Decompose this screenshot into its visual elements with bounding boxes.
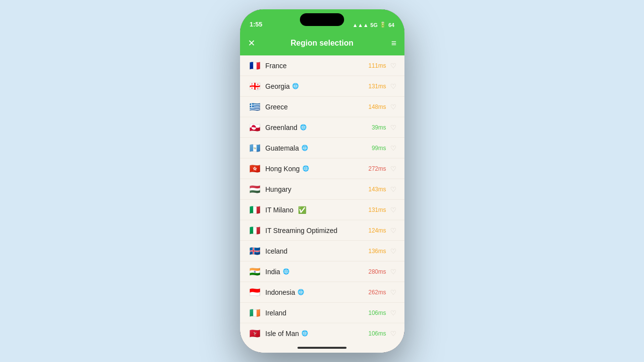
flag-icon: 🇮🇪 (248, 308, 262, 318)
list-item[interactable]: 🇮🇪Ireland106ms♡ (240, 303, 404, 323)
favorite-icon[interactable]: ♡ (390, 165, 397, 173)
favorite-icon[interactable]: ♡ (390, 268, 397, 276)
favorite-icon[interactable]: ♡ (390, 62, 397, 70)
flag-icon: 🇬🇪 (248, 81, 262, 92)
ping-value: 131ms (368, 83, 386, 90)
list-item[interactable]: 🇮🇹IT Streaming Optimized124ms♡ (240, 220, 404, 241)
region-name: Isle of Man🌐 (266, 330, 369, 337)
battery-icon: 🔋 (379, 22, 386, 28)
phone-frame: 1:55 ▲▲▲ 5G 🔋 64 ✕ Region selection ≡ 🇫🇷… (240, 9, 404, 353)
region-name: Greece (266, 103, 369, 111)
list-item[interactable]: 🇮🇹IT Milano✅131ms♡ (240, 200, 404, 220)
flag-icon: 🇬🇱 (248, 122, 262, 133)
list-item[interactable]: 🇭🇺Hungary143ms♡ (240, 179, 404, 200)
filter-button[interactable]: ≡ (382, 38, 397, 49)
flag-icon: 🇮🇸 (248, 246, 262, 257)
flag-icon: 🇮🇹 (248, 225, 262, 236)
phone-screen: 1:55 ▲▲▲ 5G 🔋 64 ✕ Region selection ≡ 🇫🇷… (240, 9, 404, 353)
flag-icon: 🇮🇩 (248, 287, 262, 298)
ping-value: 272ms (368, 165, 386, 172)
list-item[interactable]: 🇫🇷France111ms♡ (240, 55, 404, 76)
flag-icon: 🇭🇺 (248, 184, 262, 195)
ping-value: 148ms (368, 103, 386, 110)
favorite-icon[interactable]: ♡ (390, 309, 397, 317)
list-item[interactable]: 🇬🇱Greenland🌐39ms♡ (240, 117, 404, 138)
signal-icon: ▲▲▲ (352, 22, 369, 28)
flag-icon: 🇬🇷 (248, 102, 262, 112)
favorite-icon[interactable]: ♡ (390, 288, 397, 296)
favorite-icon[interactable]: ♡ (390, 330, 397, 337)
app-header: ✕ Region selection ≡ (240, 31, 404, 55)
flag-icon: 🇭🇰 (248, 163, 262, 174)
favorite-icon[interactable]: ♡ (390, 103, 397, 111)
home-indicator (297, 347, 347, 349)
region-name: Iceland (266, 247, 369, 255)
connected-icon: ✅ (298, 206, 306, 214)
ping-value: 143ms (368, 186, 386, 193)
region-name: Ireland (266, 309, 369, 317)
list-item[interactable]: 🇬🇹Guatemala🌐99ms♡ (240, 138, 404, 158)
flag-icon: 🇫🇷 (248, 60, 262, 71)
flag-icon: 🇬🇹 (248, 143, 262, 154)
ping-value: 106ms (368, 310, 386, 316)
ping-value: 39ms (372, 124, 386, 131)
flag-icon: 🇮🇳 (248, 266, 262, 277)
ping-value: 124ms (368, 227, 386, 234)
region-list: 🇫🇷France111ms♡🇬🇪Georgia🌐131ms♡🇬🇷Greece14… (240, 55, 404, 343)
battery-level: 64 (388, 22, 394, 28)
region-name: Georgia🌐 (266, 82, 369, 90)
region-name: Hungary (266, 185, 369, 193)
status-icons: ▲▲▲ 5G 🔋 64 (352, 22, 395, 28)
ping-value: 136ms (368, 248, 386, 255)
region-name: Greenland🌐 (266, 124, 372, 131)
region-name: India🌐 (266, 268, 369, 276)
flag-icon: 🇮🇲 (248, 328, 262, 339)
globe-icon: 🌐 (300, 124, 307, 130)
network-type: 5G (371, 22, 378, 28)
favorite-icon[interactable]: ♡ (390, 206, 397, 214)
list-item[interactable]: 🇬🇪Georgia🌐131ms♡ (240, 76, 404, 97)
list-item[interactable]: 🇮🇳India🌐280ms♡ (240, 261, 404, 282)
globe-icon: 🌐 (301, 330, 308, 336)
list-item[interactable]: 🇮🇲Isle of Man🌐106ms♡ (240, 323, 404, 343)
globe-icon: 🌐 (297, 289, 304, 295)
favorite-icon[interactable]: ♡ (390, 82, 397, 90)
ping-value: 111ms (368, 62, 386, 69)
dynamic-island (300, 13, 344, 26)
status-time: 1:55 (250, 21, 263, 28)
header-title: Region selection (263, 39, 382, 48)
bottom-bar (240, 343, 404, 353)
close-button[interactable]: ✕ (248, 38, 263, 49)
region-name: IT Milano✅ (266, 206, 369, 214)
globe-icon: 🌐 (292, 83, 299, 89)
ping-value: 99ms (372, 145, 386, 152)
region-name: France (266, 62, 369, 70)
ping-value: 131ms (368, 207, 386, 213)
list-item[interactable]: 🇬🇷Greece148ms♡ (240, 97, 404, 117)
region-name: Indonesia🌐 (266, 288, 369, 296)
region-name: Guatemala🌐 (266, 144, 372, 152)
region-name: IT Streaming Optimized (266, 227, 369, 234)
favorite-icon[interactable]: ♡ (390, 144, 397, 152)
list-item[interactable]: 🇮🇸Iceland136ms♡ (240, 241, 404, 261)
globe-icon: 🌐 (302, 165, 309, 172)
favorite-icon[interactable]: ♡ (390, 185, 397, 193)
globe-icon: 🌐 (301, 145, 308, 151)
flag-icon: 🇮🇹 (248, 205, 262, 215)
favorite-icon[interactable]: ♡ (390, 124, 397, 131)
favorite-icon[interactable]: ♡ (390, 227, 397, 234)
region-name: Hong Kong🌐 (266, 165, 369, 173)
ping-value: 280ms (368, 268, 386, 275)
list-item[interactable]: 🇮🇩Indonesia🌐262ms♡ (240, 282, 404, 303)
ping-value: 262ms (368, 289, 386, 296)
favorite-icon[interactable]: ♡ (390, 247, 397, 255)
globe-icon: 🌐 (283, 268, 290, 275)
list-item[interactable]: 🇭🇰Hong Kong🌐272ms♡ (240, 158, 404, 179)
ping-value: 106ms (368, 330, 386, 337)
